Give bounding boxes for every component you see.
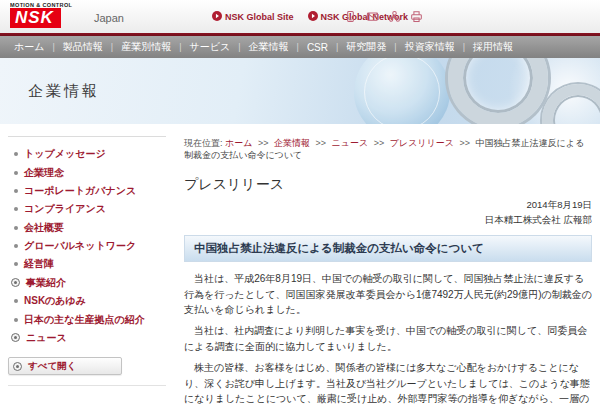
breadcrumb-link-press[interactable]: プレスリリース — [390, 138, 454, 148]
sidebar-item-governance[interactable]: コーポレートガバナンス — [8, 182, 172, 200]
play-circle-icon — [212, 11, 222, 23]
bullet-icon — [14, 244, 18, 248]
sidebar-item-management[interactable]: 経営陣 — [8, 255, 172, 273]
sidebar-item-global-network[interactable]: グローバルネットワーク — [8, 237, 172, 255]
breadcrumb-link-news[interactable]: ニュース — [332, 138, 369, 148]
breadcrumb-separator: >> — [460, 138, 471, 148]
section-banner: 企業情報 — [0, 58, 600, 124]
global-nav: ホーム | 製品情報 | 産業別情報 | サービス | 企業情報 | CSR |… — [0, 36, 600, 58]
nav-separator: | — [52, 42, 54, 52]
breadcrumb-separator: >> — [258, 138, 269, 148]
article-paragraph: 当社は、平成26年8月19日、中国での軸受の取引に関して、同国独占禁止法に違反す… — [184, 271, 592, 318]
section-title: 企業情報 — [28, 82, 100, 101]
nsk-global-site-link[interactable]: NSK Global Site — [212, 11, 294, 23]
article-paragraph: 株主の皆様、お客様をはじめ、関係者の皆様には多大なご心配をおかけすることになり、… — [184, 360, 592, 407]
top-bar: MOTION & CONTROL NSK Japan NSK Global Si… — [0, 0, 600, 33]
mail-icon[interactable] — [366, 9, 379, 27]
logo-tagline: MOTION & CONTROL — [10, 2, 72, 8]
bullet-icon — [14, 299, 18, 303]
play-circle-icon — [308, 11, 318, 23]
region-label: Japan — [94, 12, 124, 24]
bullet-icon — [14, 189, 18, 193]
bullet-icon — [14, 152, 18, 156]
article-body: 当社は、平成26年8月19日、中国での軸受の取引に関して、同国独占禁止法に違反す… — [184, 271, 592, 407]
release-byline: 日本精工株式会社 広報部 — [184, 213, 592, 228]
nav-item-services[interactable]: サービス — [190, 40, 231, 54]
sitemap-icon[interactable] — [388, 9, 401, 27]
bullet-icon — [14, 207, 18, 211]
page: MOTION & CONTROL NSK Japan NSK Global Si… — [0, 0, 600, 407]
bullet-icon — [14, 262, 18, 266]
mobile-site-icon[interactable] — [344, 9, 357, 27]
nav-separator: | — [463, 42, 465, 52]
breadcrumb-prefix: 現在位置: — [184, 138, 223, 148]
nav-item-company[interactable]: 企業情報 — [249, 40, 289, 54]
sidebar-item-philosophy[interactable]: 企業理念 — [8, 163, 172, 181]
sidebar-item-history[interactable]: NSKのあゆみ — [8, 292, 172, 310]
bullet-icon — [14, 226, 18, 230]
nav-item-recruit[interactable]: 採用情報 — [473, 40, 513, 54]
logo-mark: NSK — [10, 8, 61, 28]
release-date: 2014年8月19日 — [184, 198, 592, 213]
expand-icon — [13, 362, 22, 371]
nsk-logo[interactable]: MOTION & CONTROL NSK — [10, 2, 78, 28]
breadcrumb-separator: >> — [374, 138, 385, 148]
nav-separator: | — [111, 42, 113, 52]
print-icon[interactable] — [410, 9, 423, 27]
page-title: プレスリリース — [184, 176, 592, 194]
article-title: 中国独占禁止法違反による制裁金の支払い命令について — [184, 235, 592, 262]
expand-icon — [11, 278, 20, 287]
nav-item-products[interactable]: 製品情報 — [63, 40, 103, 54]
expand-all-button[interactable]: すべて開く — [8, 357, 122, 375]
nav-item-ir[interactable]: 投資家情報 — [405, 40, 455, 54]
utility-icons — [344, 9, 423, 27]
expand-icon — [11, 333, 20, 342]
sidebar-item-production-sites[interactable]: 日本の主な生産拠点の紹介 — [8, 310, 172, 328]
nav-item-industries[interactable]: 産業別情報 — [121, 40, 171, 54]
nav-separator: | — [238, 42, 240, 52]
sidebar-item-business[interactable]: 事業紹介 — [8, 274, 172, 292]
breadcrumb-separator: >> — [316, 138, 327, 148]
nav-separator: | — [179, 42, 181, 52]
nav-item-rd[interactable]: 研究開発 — [346, 40, 386, 54]
nav-separator: | — [297, 42, 299, 52]
globe-image — [354, 58, 450, 124]
main-content: 現在位置: ホーム >> 企業情報 >> ニュース >> プレスリリース >> … — [172, 124, 600, 407]
breadcrumb: 現在位置: ホーム >> 企業情報 >> ニュース >> プレスリリース >> … — [184, 138, 592, 161]
sidebar-item-compliance[interactable]: コンプライアンス — [8, 200, 172, 218]
global-link-label: NSK Global Site — [225, 12, 294, 22]
nav-item-home[interactable]: ホーム — [14, 40, 44, 54]
sidebar-item-news[interactable]: ニュース — [8, 329, 172, 347]
sidebar-divider — [8, 136, 166, 137]
breadcrumb-link-home[interactable]: ホーム — [225, 138, 252, 148]
nav-separator: | — [394, 42, 396, 52]
sidebar: トップメッセージ 企業理念 コーポレートガバナンス コンプライアンス 会社概要 … — [0, 124, 172, 386]
date-block: 2014年8月19日 日本精工株式会社 広報部 — [184, 198, 592, 227]
bullet-icon — [14, 171, 18, 175]
nav-separator: | — [336, 42, 338, 52]
nav-item-csr[interactable]: CSR — [307, 42, 328, 53]
breadcrumb-link-company[interactable]: 企業情報 — [274, 138, 310, 148]
bullet-icon — [14, 318, 18, 322]
sidebar-item-top-message[interactable]: トップメッセージ — [8, 145, 172, 163]
sidebar-item-company-profile[interactable]: 会社概要 — [8, 219, 172, 237]
article-paragraph: 当社は、社内調査により判明した事実を受け、中国での軸受の取引に関して、同委員会に… — [184, 323, 592, 355]
sidebar-divider — [8, 385, 166, 386]
